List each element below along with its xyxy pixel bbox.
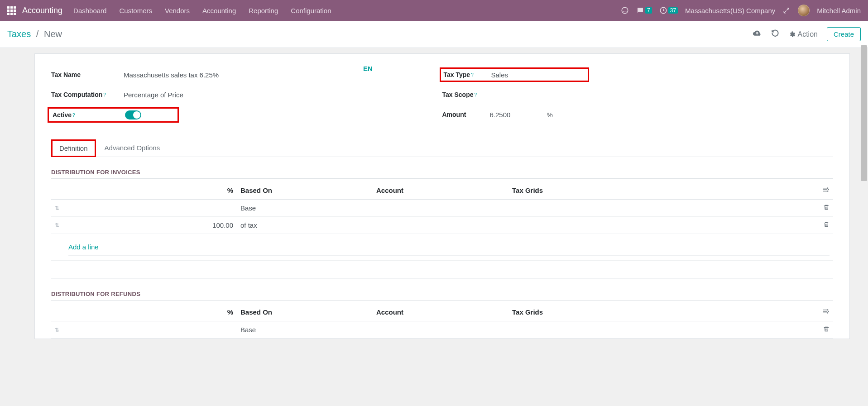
cell-based-on[interactable]: of tax (237, 217, 373, 234)
create-button[interactable]: Create (827, 27, 861, 41)
delete-row-icon[interactable] (823, 204, 830, 212)
breadcrumb-sep: / (36, 29, 39, 39)
tax-type-label: Tax Type? (444, 71, 491, 78)
tax-computation-label: Tax Computation? (51, 91, 124, 98)
active-label: Active? (53, 111, 125, 119)
col-based-on: Based On (237, 182, 373, 200)
cell-based-on[interactable]: Base (237, 200, 373, 217)
navbar: Accounting Dashboard Customers Vendors A… (0, 0, 868, 21)
menu-vendors[interactable]: Vendors (165, 7, 190, 14)
cell-tax-grids[interactable] (508, 217, 819, 234)
add-line-link[interactable]: Add a line (68, 239, 830, 256)
svg-rect-4 (823, 189, 827, 190)
svg-point-14 (827, 312, 829, 314)
content: EN Tax Name Massachusetts sales tax 6.25… (0, 48, 868, 339)
cell-account[interactable] (373, 200, 508, 217)
messages-icon[interactable]: 7 (636, 6, 652, 14)
menu-configuration[interactable]: Configuration (291, 7, 331, 14)
support-icon[interactable] (621, 6, 629, 14)
drag-handle-icon[interactable]: ⇅ (51, 217, 65, 234)
action-label: Action (798, 30, 818, 38)
svg-point-12 (827, 309, 829, 310)
tab-advanced-options[interactable]: Advanced Options (96, 139, 169, 157)
cloud-save-icon[interactable] (753, 29, 762, 40)
dist-invoices-title: DISTRIBUTION FOR INVOICES (51, 169, 833, 179)
col-tax-grids: Tax Grids (508, 182, 819, 200)
form-left-col: Tax Name Massachusetts sales tax 6.25% T… (51, 67, 442, 128)
menu-customers[interactable]: Customers (119, 7, 152, 14)
menu-dashboard[interactable]: Dashboard (73, 7, 106, 14)
tabs: Definition Advanced Options (51, 139, 833, 157)
svg-rect-9 (823, 310, 827, 310)
help-icon[interactable]: ? (103, 92, 106, 97)
scrollbar-thumb[interactable] (861, 45, 867, 181)
cell-pct[interactable] (65, 321, 237, 339)
help-icon[interactable]: ? (72, 113, 75, 118)
activities-icon[interactable]: 37 (659, 6, 678, 14)
brand[interactable]: Accounting (22, 6, 62, 15)
cell-tax-grids[interactable] (508, 321, 819, 339)
col-tax-grids: Tax Grids (508, 303, 819, 321)
svg-point-7 (828, 189, 829, 191)
avatar[interactable] (798, 5, 810, 16)
apps-icon[interactable] (7, 6, 16, 15)
svg-rect-11 (823, 313, 827, 313)
navbar-right: 7 37 Massachusetts(US) Company Mitchell … (621, 5, 861, 16)
table-row[interactable]: ⇅ Base (51, 200, 833, 217)
drag-handle-icon[interactable]: ⇅ (51, 200, 65, 217)
cell-based-on[interactable]: Base (237, 321, 373, 339)
table-row[interactable]: ⇅ 100.00 of tax (51, 217, 833, 234)
cell-account[interactable] (373, 321, 508, 339)
cell-tax-grids[interactable] (508, 200, 819, 217)
svg-point-8 (827, 191, 829, 192)
top-menu: Dashboard Customers Vendors Accounting R… (73, 7, 621, 14)
breadcrumb-current: New (44, 29, 62, 39)
toolbar-actions: Action Create (753, 27, 861, 41)
discard-icon[interactable] (771, 29, 780, 40)
tax-scope-label: Tax Scope? (442, 91, 490, 98)
messages-badge: 7 (645, 7, 652, 14)
amount-field[interactable]: 6.2500% (490, 111, 820, 119)
help-icon[interactable]: ? (471, 72, 474, 77)
svg-rect-3 (823, 188, 827, 188)
col-pct: % (65, 182, 237, 200)
col-account: Account (373, 182, 508, 200)
table-options-icon[interactable] (822, 187, 830, 195)
active-toggle[interactable] (125, 110, 141, 119)
col-based-on: Based On (237, 303, 373, 321)
action-dropdown[interactable]: Action (789, 30, 818, 38)
amount-label: Amount (442, 111, 490, 118)
delete-row-icon[interactable] (823, 221, 830, 229)
cell-account[interactable] (373, 217, 508, 234)
scrollbar[interactable] (861, 45, 867, 339)
toolbar: Taxes / New Action Create (0, 21, 868, 48)
svg-point-13 (828, 311, 829, 312)
breadcrumb-root[interactable]: Taxes (7, 29, 31, 39)
table-row[interactable]: ⇅ Base (51, 321, 833, 339)
debug-icon[interactable] (782, 6, 791, 14)
activities-badge: 37 (668, 7, 678, 14)
company-switcher[interactable]: Massachusetts(US) Company (685, 7, 775, 14)
col-pct: % (65, 303, 237, 321)
tax-type-field[interactable]: Sales (491, 71, 579, 79)
username[interactable]: Mitchell Admin (817, 7, 861, 14)
tax-name-field[interactable]: Massachusetts sales tax 6.25% (124, 71, 429, 79)
tab-definition[interactable]: Definition (51, 139, 96, 157)
help-icon[interactable]: ? (475, 92, 477, 97)
form-right-col: Tax Type? Sales Tax Scope? Amount 6.2500… (442, 67, 834, 128)
cell-pct[interactable]: 100.00 (65, 217, 237, 234)
drag-handle-icon[interactable]: ⇅ (51, 321, 65, 339)
tax-computation-field[interactable]: Percentage of Price (124, 91, 429, 99)
dist-refunds-table: % Based On Account Tax Grids ⇅ Base (51, 303, 833, 339)
table-options-icon[interactable] (822, 309, 830, 316)
menu-accounting[interactable]: Accounting (202, 7, 236, 14)
breadcrumb: Taxes / New (7, 29, 753, 39)
svg-point-0 (622, 7, 628, 14)
amount-suffix: % (547, 111, 552, 119)
delete-row-icon[interactable] (823, 326, 830, 334)
dist-refunds-title: DISTRIBUTION FOR REFUNDS (51, 291, 833, 301)
menu-reporting[interactable]: Reporting (249, 7, 278, 14)
col-account: Account (373, 303, 508, 321)
cell-pct[interactable] (65, 200, 237, 217)
lang-badge[interactable]: EN (363, 65, 373, 72)
